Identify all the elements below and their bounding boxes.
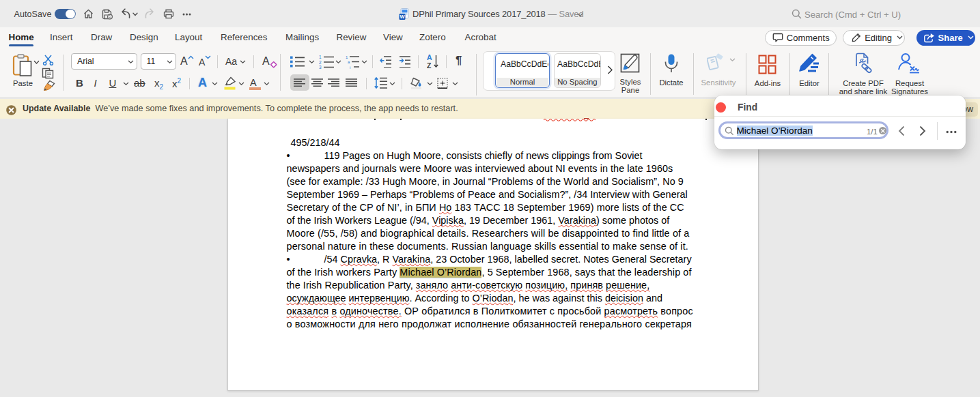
svg-text:A: A [427, 54, 432, 61]
svg-text:2: 2 [319, 60, 322, 65]
svg-text:1: 1 [319, 55, 322, 59]
svg-text:3: 3 [319, 65, 322, 70]
svg-text:a: a [348, 60, 350, 64]
svg-text:i: i [350, 65, 350, 70]
svg-text:Z: Z [427, 61, 432, 70]
svg-text:W: W [400, 14, 405, 20]
svg-text:1: 1 [346, 55, 348, 59]
